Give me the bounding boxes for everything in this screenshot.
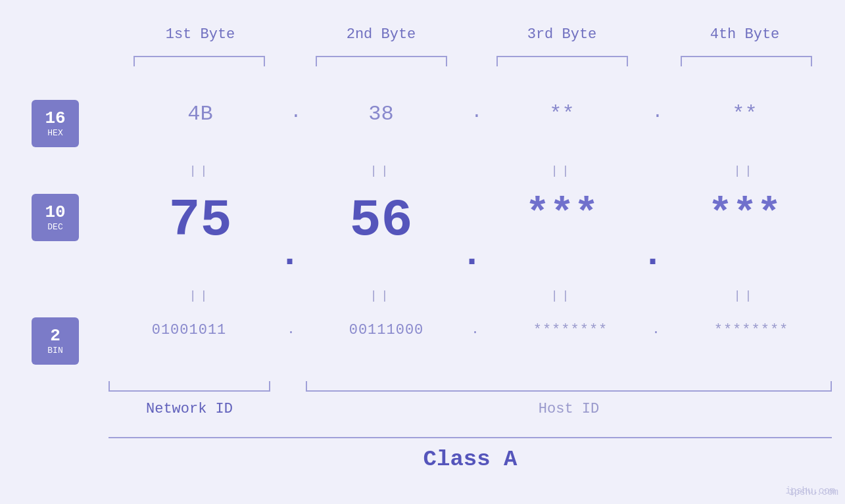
hex-dot2: .: [460, 102, 493, 122]
hex-badge: 16 HEX: [32, 100, 79, 147]
bin-badge-num: 2: [50, 327, 60, 346]
hex-col3: **: [498, 102, 626, 126]
host-id-label: Host ID: [306, 401, 832, 417]
dec-dot3: .: [635, 233, 671, 275]
eq1-col2: ||: [317, 164, 445, 177]
dec-col4: ***: [681, 191, 809, 237]
dec-badge-num: 10: [45, 203, 65, 222]
dec-badge: 10 DEC: [32, 194, 79, 241]
hex-badge-num: 16: [45, 109, 65, 128]
host-bracket: [306, 381, 832, 392]
bracket-byte2: [316, 56, 447, 66]
bin-dot3: .: [641, 322, 671, 337]
dec-col2: 56: [317, 191, 445, 250]
dec-badge-label: DEC: [47, 222, 62, 232]
eq2-col2: ||: [317, 289, 445, 302]
network-bracket: [109, 381, 270, 392]
hex-dot1: .: [279, 102, 312, 122]
hex-dot3: .: [641, 102, 674, 122]
dec-col1: 75: [136, 191, 264, 250]
dec-dot2: .: [454, 233, 490, 275]
eq2-col4: ||: [681, 289, 809, 302]
bin-col2: 00111000: [306, 322, 467, 338]
eq1-col3: ||: [498, 164, 626, 177]
bracket-byte1: [133, 56, 265, 66]
dec-col3: ***: [498, 191, 626, 237]
byte1-header: 1st Byte: [136, 26, 264, 43]
hex-col1: 4B: [136, 102, 264, 126]
bin-badge-label: BIN: [47, 346, 62, 355]
byte3-header: 3rd Byte: [498, 26, 626, 43]
class-label: Class A: [109, 447, 832, 472]
dec-dot1: .: [272, 233, 308, 275]
watermark-fixed: ipshu.com: [785, 486, 835, 496]
hex-col4: **: [681, 102, 809, 126]
bin-col3: ********: [490, 322, 651, 338]
eq1-col4: ||: [681, 164, 809, 177]
hex-badge-label: HEX: [47, 128, 62, 138]
bin-dot1: .: [276, 322, 306, 337]
bracket-byte4: [681, 56, 812, 66]
bin-dot2: .: [460, 322, 490, 337]
eq2-col3: ||: [498, 289, 626, 302]
bin-col1: 01001011: [109, 322, 270, 338]
bracket-byte3: [496, 56, 628, 66]
hex-col2: 38: [317, 102, 445, 126]
bin-col4: ********: [671, 322, 832, 338]
eq2-col1: ||: [136, 289, 264, 302]
bin-badge: 2 BIN: [32, 317, 79, 365]
byte2-header: 2nd Byte: [317, 26, 445, 43]
network-id-label: Network ID: [109, 401, 270, 417]
class-line: [109, 437, 832, 438]
eq1-col1: ||: [136, 164, 264, 177]
byte4-header: 4th Byte: [681, 26, 809, 43]
